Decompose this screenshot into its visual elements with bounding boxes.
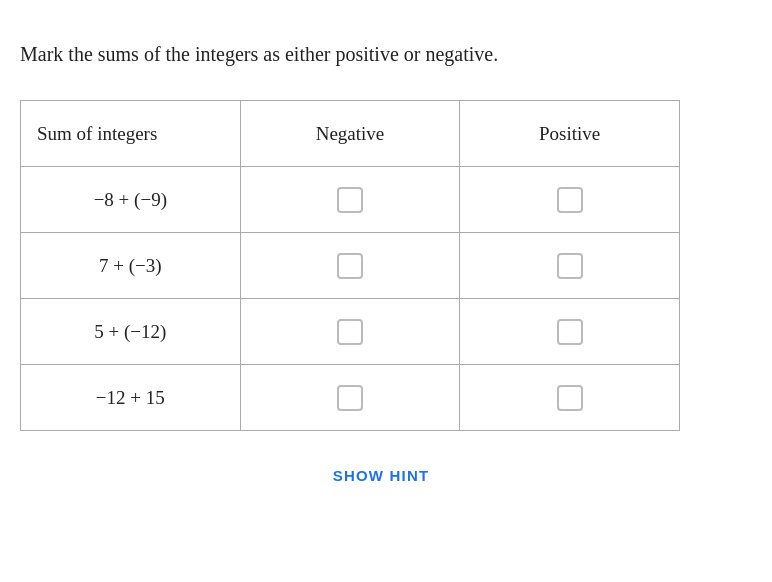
exercise-table: Sum of integers Negative Positive −8 + (… [20, 100, 742, 431]
positive-checkbox-2[interactable] [557, 253, 583, 279]
negative-checkbox-3[interactable] [337, 319, 363, 345]
positive-cell-4 [460, 365, 680, 431]
expression-2: 7 + (−3) [21, 233, 241, 299]
negative-cell-4 [240, 365, 460, 431]
negative-checkbox-2[interactable] [337, 253, 363, 279]
instruction-text: Mark the sums of the integers as either … [20, 40, 742, 68]
positive-cell-3 [460, 299, 680, 365]
positive-checkbox-3[interactable] [557, 319, 583, 345]
col-header-negative: Negative [240, 101, 460, 167]
expression-1: −8 + (−9) [21, 167, 241, 233]
table-row: −12 + 15 [21, 365, 680, 431]
positive-cell-2 [460, 233, 680, 299]
col-header-sum: Sum of integers [21, 101, 241, 167]
table-row: 5 + (−12) [21, 299, 680, 365]
table-row: 7 + (−3) [21, 233, 680, 299]
negative-checkbox-4[interactable] [337, 385, 363, 411]
expression-3: 5 + (−12) [21, 299, 241, 365]
positive-cell-1 [460, 167, 680, 233]
negative-cell-2 [240, 233, 460, 299]
col-header-positive: Positive [460, 101, 680, 167]
negative-cell-1 [240, 167, 460, 233]
positive-checkbox-4[interactable] [557, 385, 583, 411]
positive-checkbox-1[interactable] [557, 187, 583, 213]
negative-checkbox-1[interactable] [337, 187, 363, 213]
negative-cell-3 [240, 299, 460, 365]
table-row: −8 + (−9) [21, 167, 680, 233]
expression-4: −12 + 15 [21, 365, 241, 431]
show-hint-button[interactable]: SHOW HINT [20, 467, 742, 484]
